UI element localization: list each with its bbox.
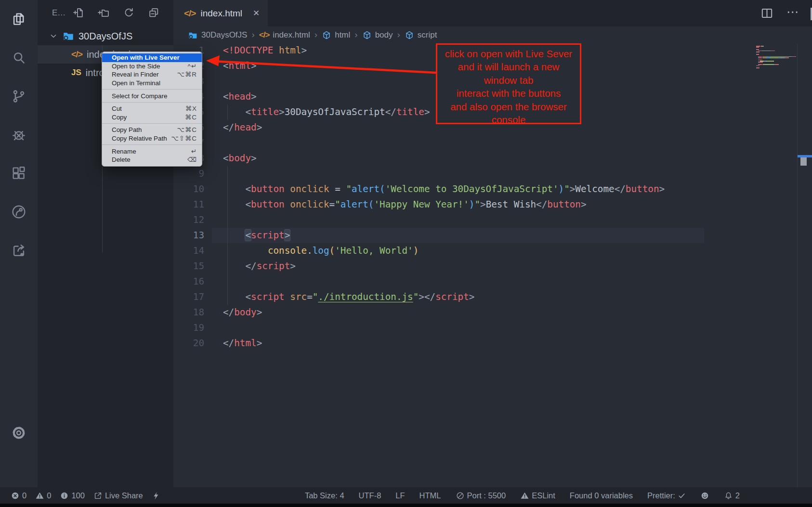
code-line-12[interactable]: 12 (173, 212, 812, 228)
triangle-warn-icon (520, 491, 529, 500)
settings-button[interactable] (0, 414, 38, 452)
menu-item-shortcut: ⌘C (185, 114, 197, 121)
breadcrumb-html[interactable]: html (322, 30, 350, 40)
menu-item-open-with-live-server[interactable]: Open with Live Server (102, 53, 202, 62)
bell-icon (724, 491, 733, 500)
split-editor-icon[interactable] (760, 6, 774, 20)
html-file-icon: </> (184, 8, 196, 18)
activity-item-explorer[interactable] (0, 0, 38, 39)
status-warnings[interactable]: 0 (35, 491, 51, 500)
line-content: <title>30DaysOfJavaScript</title> (204, 106, 430, 117)
menu-item-open-to-the-side[interactable]: Open to the Side^↵ (102, 62, 202, 71)
menu-item-select-for-compare[interactable]: Select for Compare (102, 91, 202, 100)
status-label: Tab Size: 4 (305, 491, 344, 500)
triangle-warn-icon (35, 491, 44, 500)
cube-icon (362, 30, 372, 40)
activity-item-source-control[interactable] (0, 77, 38, 116)
collapse-folders-button[interactable] (148, 7, 160, 19)
status-encoding[interactable]: UTF-8 (359, 491, 381, 500)
status-live-share[interactable]: Live Share (93, 491, 143, 500)
status-port[interactable]: Port : 5500 (456, 491, 506, 500)
code-line-10[interactable]: 10 <button onclick = "alert('Welcome to … (173, 182, 812, 197)
code-line-15[interactable]: 15 </script> (173, 259, 812, 274)
code-line-8[interactable]: 8<body> (173, 151, 812, 166)
menu-item-copy[interactable]: Copy⌘C (102, 113, 202, 122)
menu-item-cut[interactable]: Cut⌘X (102, 104, 202, 113)
code-line-11[interactable]: 11 <button onclick="alert('Happy New Yea… (173, 197, 812, 212)
tree-root-folder[interactable]: 30DaysOfJS (38, 27, 173, 45)
menu-item-copy-relative-path[interactable]: Copy Relative Path⌥⇧⌘C (102, 134, 202, 143)
code-line-9[interactable]: 9 (173, 166, 812, 182)
new-file-button[interactable] (73, 7, 85, 19)
status-prettier[interactable]: Prettier: (647, 491, 686, 500)
status-feedback-smiley[interactable] (700, 491, 709, 500)
menu-item-label: Copy (112, 114, 127, 121)
menu-item-open-in-terminal[interactable]: Open in Terminal (102, 79, 202, 88)
status-variables[interactable]: Found 0 variables (570, 491, 633, 500)
status-errors[interactable]: 0 (11, 491, 26, 500)
window-bottom-edge (0, 504, 812, 507)
line-content: console.log('Hello, World') (204, 245, 419, 256)
status-label: Port : 5500 (467, 491, 506, 500)
status-eol[interactable]: LF (395, 491, 405, 500)
activity-item-run-debug[interactable] (0, 116, 38, 154)
line-content: <head> (204, 91, 257, 102)
status-language-mode[interactable]: HTML (419, 491, 441, 500)
code-line-17[interactable]: 17 <script src="./introduction.js"></scr… (173, 289, 812, 305)
line-number: 17 (173, 289, 204, 305)
folder-icon (188, 30, 198, 40)
breadcrumb-index-html[interactable]: </>index.html (259, 30, 310, 40)
tab-index-html[interactable]: </> index.html ✕ (173, 0, 268, 26)
smiley-icon (700, 491, 709, 500)
code-line-7[interactable]: 7 (173, 135, 812, 151)
status-notifications[interactable]: 2 (724, 491, 740, 500)
status-label: UTF-8 (359, 491, 381, 500)
menu-separator (102, 89, 202, 90)
line-content: <html> (204, 60, 257, 71)
breadcrumb-label: html (335, 30, 350, 40)
menu-item-reveal-in-finder[interactable]: Reveal in Finder⌥⌘R (102, 70, 202, 79)
activity-item-search[interactable] (0, 39, 38, 77)
breadcrumb-script[interactable]: script (405, 30, 437, 40)
breadcrumb-30daysofjs[interactable]: 30DaysOfJS (188, 30, 247, 40)
code-line-14[interactable]: 14 console.log('Hello, World') (173, 243, 812, 259)
breadcrumb-label: index.html (273, 30, 310, 40)
tab-close-icon[interactable]: ✕ (253, 8, 260, 18)
new-folder-button[interactable] (98, 7, 110, 19)
more-actions-icon[interactable]: ⋯ (786, 12, 799, 15)
line-content: </head> (204, 122, 262, 133)
activity-item-live-share[interactable] (0, 193, 38, 231)
status-label: Live Share (105, 491, 143, 500)
breadcrumb-body[interactable]: body (362, 30, 393, 40)
menu-item-delete[interactable]: Delete⌫ (102, 156, 202, 164)
scrollbar-thumb[interactable] (800, 157, 807, 166)
refresh-explorer-button[interactable] (123, 7, 135, 19)
code-line-20[interactable]: 20</html> (173, 336, 812, 351)
menu-item-shortcut: ^↵ (187, 63, 197, 70)
line-number: 13 (173, 228, 204, 243)
menu-item-copy-path[interactable]: Copy Path⌥⌘C (102, 126, 202, 134)
menu-item-label: Copy Relative Path (112, 135, 167, 142)
menu-separator (102, 144, 202, 145)
menu-item-rename[interactable]: Rename↵ (102, 147, 202, 156)
html-file-icon: </> (184, 8, 196, 19)
status-feedback-bolt[interactable] (152, 491, 161, 500)
status-tab-size[interactable]: Tab Size: 4 (305, 491, 344, 500)
status-info[interactable]: 100 (60, 491, 85, 500)
chevron-down-icon (48, 31, 59, 41)
status-eslint[interactable]: ESLint (520, 491, 555, 500)
menu-item-shortcut: ⌥⇧⌘C (171, 135, 197, 142)
code-line-19[interactable]: 19 (173, 320, 812, 336)
code-line-18[interactable]: 18</body> (173, 305, 812, 320)
menu-item-label: Cut (112, 105, 122, 112)
code-line-13[interactable]: 13 <script> (173, 228, 812, 243)
activity-item-extensions[interactable] (0, 154, 38, 193)
menu-item-label: Open to the Side (112, 63, 160, 70)
status-label: 0 (22, 491, 26, 500)
minimap[interactable] (756, 46, 797, 69)
status-label: ESLint (532, 491, 555, 500)
status-right-group: Tab Size: 4UTF-8LFHTMLPort : 5500ESLintF… (305, 487, 740, 504)
activity-item-share[interactable] (0, 231, 38, 270)
code-line-16[interactable]: 16 (173, 274, 812, 289)
breadcrumb-separator: › (314, 29, 317, 41)
